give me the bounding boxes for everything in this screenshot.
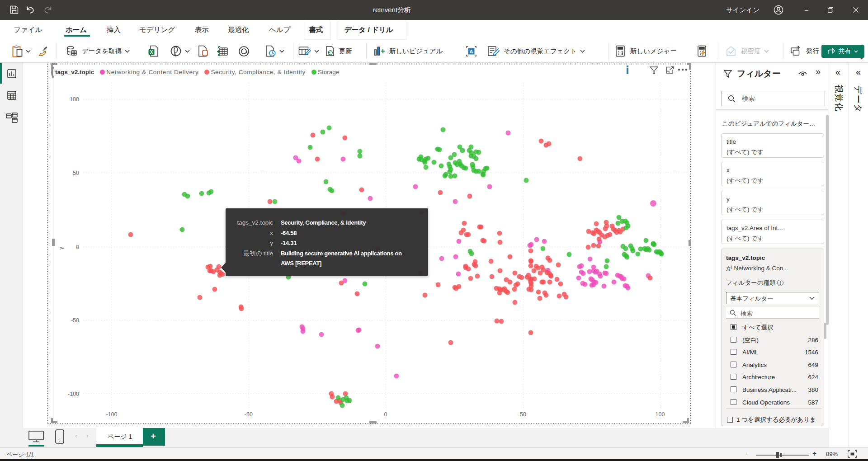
svg-text:-50: -50 [71,317,79,324]
svg-text:100: 100 [656,411,665,418]
svg-text:-100: -100 [68,391,79,397]
svg-text:y: y [58,246,64,249]
svg-text:-50: -50 [245,411,253,418]
svg-text:100: 100 [70,96,79,103]
svg-text:0: 0 [76,244,79,250]
svg-text:A: A [470,48,473,54]
svg-text:-100: -100 [106,411,117,418]
svg-text:0: 0 [384,411,387,418]
svg-text:50: 50 [520,411,526,418]
svg-text:50: 50 [73,170,79,176]
svg-text:X: X [150,50,153,55]
